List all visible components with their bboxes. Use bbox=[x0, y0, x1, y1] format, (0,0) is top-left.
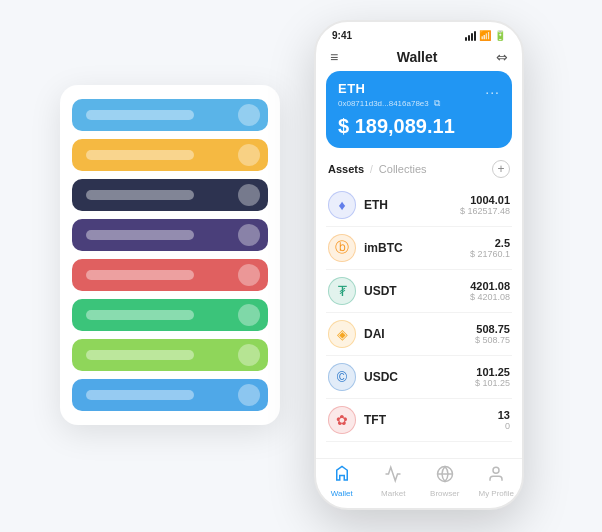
asset-item[interactable]: ✿TFT130 bbox=[326, 399, 512, 442]
time: 9:41 bbox=[332, 30, 352, 41]
status-icons: 📶 🔋 bbox=[465, 30, 506, 41]
nav-icon-browser bbox=[436, 465, 454, 487]
asset-amount-main: 13 bbox=[498, 409, 510, 421]
asset-icon-dai: ◈ bbox=[328, 320, 356, 348]
asset-amount-usd: $ 508.75 bbox=[475, 335, 510, 345]
asset-item[interactable]: ⓑimBTC2.5$ 21760.1 bbox=[326, 227, 512, 270]
asset-icon-eth: ♦ bbox=[328, 191, 356, 219]
asset-icon-imbtc: ⓑ bbox=[328, 234, 356, 262]
background-card bbox=[60, 85, 280, 425]
color-row bbox=[72, 99, 268, 131]
nav-icon-wallet bbox=[333, 465, 351, 487]
nav-icon-market bbox=[384, 465, 402, 487]
asset-amount-main: 101.25 bbox=[475, 366, 510, 378]
nav-icon-my-profile bbox=[487, 465, 505, 487]
tab-collecties[interactable]: Collecties bbox=[379, 163, 427, 175]
menu-icon[interactable]: ≡ bbox=[330, 49, 338, 65]
tab-divider: / bbox=[370, 164, 373, 175]
asset-amount-main: 1004.01 bbox=[460, 194, 510, 206]
asset-amounts: 2.5$ 21760.1 bbox=[470, 237, 510, 259]
eth-card-amount: $ 189,089.11 bbox=[338, 115, 500, 138]
eth-card-address: 0x08711d3d...8416a78e3 ⧉ bbox=[338, 98, 500, 109]
signal-icon bbox=[465, 31, 476, 41]
nav-label: Browser bbox=[430, 489, 459, 498]
nav-label: Wallet bbox=[331, 489, 353, 498]
asset-name: ETH bbox=[364, 198, 460, 212]
wifi-icon: 📶 bbox=[479, 30, 491, 41]
copy-icon[interactable]: ⧉ bbox=[434, 98, 440, 108]
asset-amount-usd: $ 4201.08 bbox=[470, 292, 510, 302]
asset-amounts: 508.75$ 508.75 bbox=[475, 323, 510, 345]
nav-label: My Profile bbox=[478, 489, 514, 498]
nav-item-market[interactable]: Market bbox=[368, 465, 420, 498]
asset-item[interactable]: ◈DAI508.75$ 508.75 bbox=[326, 313, 512, 356]
add-asset-button[interactable]: + bbox=[492, 160, 510, 178]
svg-point-2 bbox=[493, 467, 499, 473]
nav-label: Market bbox=[381, 489, 405, 498]
asset-name: USDC bbox=[364, 370, 475, 384]
page-title: Wallet bbox=[397, 49, 438, 65]
asset-amount-usd: 0 bbox=[498, 421, 510, 431]
asset-list: ♦ETH1004.01$ 162517.48ⓑimBTC2.5$ 21760.1… bbox=[316, 184, 522, 458]
asset-item[interactable]: ♦ETH1004.01$ 162517.48 bbox=[326, 184, 512, 227]
asset-amount-main: 4201.08 bbox=[470, 280, 510, 292]
color-row bbox=[72, 299, 268, 331]
assets-header: Assets / Collecties + bbox=[316, 158, 522, 184]
eth-card-currency: ETH bbox=[338, 81, 500, 96]
asset-amount-usd: $ 101.25 bbox=[475, 378, 510, 388]
asset-amounts: 101.25$ 101.25 bbox=[475, 366, 510, 388]
asset-amounts: 130 bbox=[498, 409, 510, 431]
asset-amount-usd: $ 21760.1 bbox=[470, 249, 510, 259]
assets-tabs: Assets / Collecties bbox=[328, 163, 427, 175]
asset-name: TFT bbox=[364, 413, 498, 427]
bottom-nav: WalletMarketBrowserMy Profile bbox=[316, 458, 522, 508]
nav-item-browser[interactable]: Browser bbox=[419, 465, 471, 498]
battery-icon: 🔋 bbox=[494, 30, 506, 41]
asset-name: imBTC bbox=[364, 241, 470, 255]
color-row bbox=[72, 139, 268, 171]
asset-amount-usd: $ 162517.48 bbox=[460, 206, 510, 216]
nav-item-wallet[interactable]: Wallet bbox=[316, 465, 368, 498]
top-nav: ≡ Wallet ⇔ bbox=[316, 45, 522, 71]
asset-icon-usdt: ₮ bbox=[328, 277, 356, 305]
asset-icon-tft: ✿ bbox=[328, 406, 356, 434]
color-row bbox=[72, 339, 268, 371]
nav-item-my-profile[interactable]: My Profile bbox=[471, 465, 523, 498]
tab-assets[interactable]: Assets bbox=[328, 163, 364, 175]
color-row bbox=[72, 179, 268, 211]
asset-icon-usdc: © bbox=[328, 363, 356, 391]
color-row bbox=[72, 259, 268, 291]
asset-amount-main: 2.5 bbox=[470, 237, 510, 249]
asset-name: DAI bbox=[364, 327, 475, 341]
phone-mockup: 9:41 📶 🔋 ≡ Wallet ⇔ ETH 0x08711d3d...841… bbox=[314, 20, 524, 510]
asset-amounts: 4201.08$ 4201.08 bbox=[470, 280, 510, 302]
color-row bbox=[72, 219, 268, 251]
eth-card: ETH 0x08711d3d...8416a78e3 ⧉ $ 189,089.1… bbox=[326, 71, 512, 148]
expand-icon[interactable]: ⇔ bbox=[496, 49, 508, 65]
asset-amount-main: 508.75 bbox=[475, 323, 510, 335]
status-bar: 9:41 📶 🔋 bbox=[316, 22, 522, 45]
asset-item[interactable]: ₮USDT4201.08$ 4201.08 bbox=[326, 270, 512, 313]
color-row bbox=[72, 379, 268, 411]
eth-card-menu[interactable]: ... bbox=[485, 81, 500, 97]
asset-item[interactable]: ©USDC101.25$ 101.25 bbox=[326, 356, 512, 399]
asset-name: USDT bbox=[364, 284, 470, 298]
asset-amounts: 1004.01$ 162517.48 bbox=[460, 194, 510, 216]
